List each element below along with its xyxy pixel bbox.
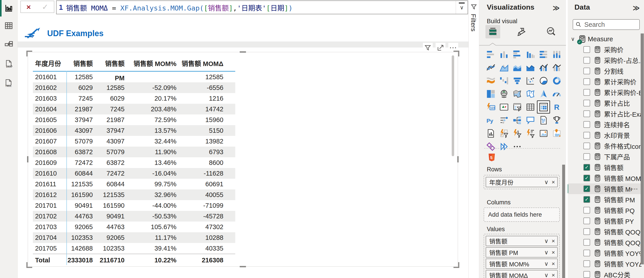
table-row[interactable]: 2016106084472472-16.04%-11628 xyxy=(33,168,235,179)
value-cell[interactable]: 161590 xyxy=(66,189,96,200)
value-cell[interactable]: 20.17% xyxy=(128,93,180,104)
field-item[interactable]: 水印背景 xyxy=(568,130,642,140)
filters-pane-collapsed[interactable]: Filters xyxy=(468,0,479,278)
value-cell[interactable]: 57079 xyxy=(96,146,128,157)
row-header-cell[interactable]: 201704 xyxy=(33,232,66,243)
visual-scrollbar[interactable] xyxy=(452,55,454,156)
remove-field-icon[interactable]: × xyxy=(552,179,555,186)
dax-formula-text[interactable]: 销售额 MOMΔ = XF.Analysis.MOM.Gap([销售额],'日期… xyxy=(66,2,456,12)
row-header-cell[interactable]: 201611 xyxy=(33,179,66,189)
chevron-down-icon[interactable]: ∨ xyxy=(544,238,548,245)
arcgis-map-icon[interactable] xyxy=(550,127,563,140)
nav-model-view[interactable] xyxy=(0,37,18,53)
field-checkbox[interactable] xyxy=(584,271,590,278)
value-cell[interactable]: 32.96% xyxy=(128,189,180,200)
value-cell[interactable]: 90491 xyxy=(66,200,96,211)
resize-handle[interactable] xyxy=(454,51,459,56)
table-row[interactable]: 2017039206544763105.67%47302 xyxy=(33,222,235,232)
value-cell[interactable]: 72.59% xyxy=(128,115,180,125)
paginated-report-icon[interactable] xyxy=(484,127,497,140)
chevron-down-icon[interactable]: ∨ xyxy=(544,260,548,267)
line-and-clustered-column-chart-icon[interactable] xyxy=(550,61,563,74)
field-checkbox[interactable] xyxy=(584,228,590,235)
value-cell[interactable]: 13.57% xyxy=(128,125,180,136)
field-checkbox[interactable] xyxy=(584,142,590,149)
100-stacked-area-chart-icon[interactable] xyxy=(524,61,537,74)
line-and-stacked-column-chart-icon[interactable] xyxy=(537,61,550,74)
value-cell[interactable]: 7245 xyxy=(66,93,96,104)
row-header-cell[interactable]: 201705 xyxy=(33,243,66,254)
build-visual-tab[interactable] xyxy=(486,25,500,38)
field-checkbox[interactable] xyxy=(584,121,590,128)
value-cell[interactable]: 销售额 MOMΔ xyxy=(180,57,227,71)
field-item[interactable]: 累计采购价-E… xyxy=(568,87,642,98)
field-checkbox[interactable] xyxy=(584,239,590,246)
text-slicer-preview-icon[interactable]: A xyxy=(510,127,524,140)
stacked-column-chart-icon[interactable] xyxy=(497,48,510,61)
row-header-cell[interactable]: 201609 xyxy=(33,157,66,168)
value-cell[interactable]: 14742 xyxy=(180,104,227,115)
100-stacked-bar-chart-icon[interactable] xyxy=(537,48,550,61)
matrix-header-row[interactable]: 年度月份销售额销售额 PM销售额 MOM%销售额 MOMΔ xyxy=(33,57,235,72)
cancel-formula-icon[interactable]: × xyxy=(26,3,31,11)
table-row[interactable]: 20170190491161590-44.00%-71099 xyxy=(33,200,235,211)
value-cell[interactable]: 12585 xyxy=(66,72,96,82)
value-cell[interactable]: 21987 xyxy=(96,115,128,125)
field-checkbox[interactable] xyxy=(584,68,590,74)
field-item[interactable]: ✓ 销售额 xyxy=(568,162,642,173)
smart-narrative-icon[interactable] xyxy=(537,114,550,127)
value-cell[interactable]: 32.44% xyxy=(128,136,180,146)
table-row[interactable]: 201608638725707911.90%6793 xyxy=(33,146,235,157)
value-cell[interactable]: 11.17% xyxy=(128,232,180,243)
value-cell[interactable]: 72472 xyxy=(66,157,96,168)
map-icon[interactable] xyxy=(497,87,510,100)
key-influencers-icon[interactable] xyxy=(497,114,510,127)
filters-funnel-icon[interactable] xyxy=(470,3,477,10)
table-row[interactable]: 201604219877245203.48%14742 xyxy=(33,104,235,115)
image-visual-icon[interactable] xyxy=(537,127,550,140)
shape-map-icon[interactable] xyxy=(524,87,537,100)
value-cell[interactable]: 6029 xyxy=(96,93,128,104)
value-cell[interactable]: 40335 xyxy=(180,243,227,254)
format-visual-tab[interactable] xyxy=(514,25,529,38)
field-checkbox[interactable]: ✓ xyxy=(584,185,590,192)
field-checkbox[interactable] xyxy=(584,250,590,256)
value-cell[interactable]: 203.48% xyxy=(128,104,180,115)
100-stacked-column-chart-icon[interactable] xyxy=(550,48,563,61)
treemap-icon[interactable] xyxy=(484,87,497,100)
table-row[interactable]: 20161216159012153532.96%40055 xyxy=(33,189,235,200)
azure-map-icon[interactable] xyxy=(537,87,550,100)
table-row[interactable]: 2017024476390491-50.53%-45728 xyxy=(33,211,235,222)
slicer-icon[interactable] xyxy=(510,100,524,114)
funnel-chart-icon[interactable] xyxy=(510,74,524,87)
value-cell[interactable]: 216308 xyxy=(180,254,227,266)
value-cell[interactable]: 12585 xyxy=(96,82,128,93)
field-item[interactable]: 累计占比 xyxy=(568,98,642,109)
field-item[interactable]: 分割线 xyxy=(568,66,642,76)
field-item[interactable]: 累计采购价 xyxy=(568,76,642,87)
matrix-visual-icon[interactable] xyxy=(537,100,550,114)
metrics-icon[interactable] xyxy=(550,114,563,127)
value-cell[interactable]: 99.75% xyxy=(128,179,180,189)
row-header-cell[interactable]: 201610 xyxy=(33,168,66,179)
field-item[interactable]: 销售额 QOQΔ xyxy=(568,237,642,248)
row-header-cell[interactable]: 201605 xyxy=(33,115,66,125)
value-cell[interactable]: 105.67% xyxy=(128,222,180,232)
focus-mode-icon[interactable] xyxy=(436,43,446,53)
field-item[interactable]: ✓ 销售额 MOM% xyxy=(568,173,642,183)
table-row[interactable]: 201606430973794713.57%5150 xyxy=(33,125,235,136)
value-cell[interactable]: 2333018 xyxy=(66,254,96,266)
r-script-visual-icon[interactable]: R xyxy=(550,100,563,114)
row-header-cell[interactable]: 201701 xyxy=(33,200,66,211)
value-cell[interactable]: -71099 xyxy=(180,200,227,211)
collapse-data-pane-icon[interactable]: ≫ xyxy=(633,4,640,12)
columns-well[interactable]: Add data fields here xyxy=(484,207,560,222)
power-apps-icon[interactable] xyxy=(497,127,510,140)
scatter-chart-icon[interactable] xyxy=(524,74,537,87)
visual-filter-icon[interactable] xyxy=(423,43,433,53)
value-cell[interactable]: -52.09% xyxy=(128,82,180,93)
card-icon[interactable]: 123 xyxy=(484,100,497,114)
nav-table-view[interactable] xyxy=(0,17,18,34)
resize-handle[interactable] xyxy=(240,51,246,53)
value-cell[interactable]: -11628 xyxy=(180,168,227,179)
